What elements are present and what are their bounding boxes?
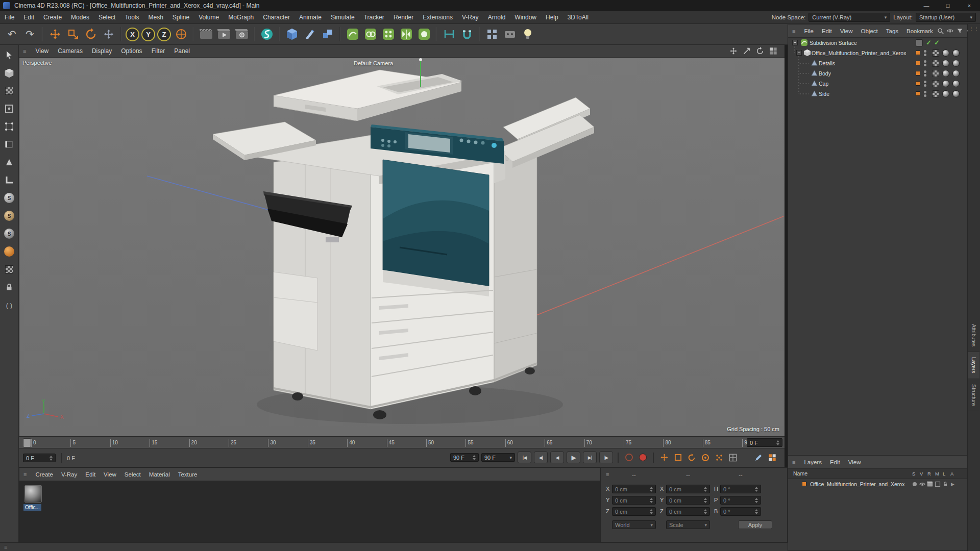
size-z-field[interactable]: 0 cm <box>666 507 710 516</box>
paint-ball-icon[interactable] <box>2 244 16 259</box>
vp-menu-filter[interactable]: Filter <box>147 47 170 55</box>
vp-menu-options[interactable]: Options <box>116 47 146 55</box>
apply-button[interactable]: Apply <box>738 520 772 529</box>
metaball-generator-button[interactable] <box>415 26 432 43</box>
rotation-p-field[interactable]: 0 ° <box>720 496 761 505</box>
spinner-icon[interactable] <box>47 456 53 461</box>
position-x-field[interactable]: 0 cm <box>612 485 656 493</box>
render-view-button[interactable] <box>198 26 214 43</box>
spinner-icon[interactable] <box>774 440 779 445</box>
coordinate-space-select[interactable]: World▾ <box>612 520 656 529</box>
lock-x-axis-button[interactable]: X <box>126 28 139 41</box>
lock-z-axis-button[interactable]: Z <box>157 28 171 41</box>
undo-button[interactable]: ↶ <box>4 26 20 43</box>
rotation-h-field[interactable]: 0 ° <box>720 485 761 493</box>
object-mode-icon[interactable] <box>2 102 16 116</box>
add-cube-primitive-button[interactable] <box>283 26 300 43</box>
eye-icon[interactable] <box>947 28 953 34</box>
tree-row-subdivision-surface[interactable]: Subdivision Surface ✓ ✓ <box>788 38 967 48</box>
menu-file[interactable]: File <box>0 11 19 24</box>
material-tag-icon[interactable] <box>952 49 960 57</box>
workplane-lock-icon[interactable] <box>2 280 16 294</box>
range-dropdown[interactable]: 90 F ▾ <box>481 453 515 462</box>
menu-render[interactable]: Render <box>389 11 418 24</box>
menu-animate[interactable]: Animate <box>295 11 326 24</box>
expander-icon[interactable] <box>792 40 798 45</box>
view-label[interactable]: Perspective <box>22 60 52 66</box>
vp-pan-icon[interactable] <box>729 47 738 55</box>
menu-edit[interactable]: Edit <box>19 11 39 24</box>
layer-color-swatch[interactable] <box>916 51 920 55</box>
phong-tag-icon[interactable] <box>932 90 939 97</box>
layer-color-swatch[interactable] <box>916 81 920 86</box>
mat-menu-texture[interactable]: Texture <box>174 471 202 478</box>
visibility-dots-icon[interactable] <box>924 50 926 57</box>
cloner-generator-button[interactable] <box>380 26 397 43</box>
points-mode-icon[interactable] <box>2 119 16 134</box>
om-menu-object[interactable]: Object <box>857 28 882 34</box>
snap-modes-icon[interactable]: S <box>2 209 16 223</box>
visibility-dots-icon[interactable] <box>924 81 926 88</box>
menu-vray[interactable]: V-Ray <box>457 11 483 24</box>
tab-attributes[interactable]: Attributes <box>968 319 979 352</box>
generator-tag-icon[interactable] <box>916 39 923 46</box>
subdivision-surface-button[interactable] <box>344 26 361 43</box>
material-tag-icon[interactable] <box>942 80 949 87</box>
menu-window[interactable]: Window <box>510 11 541 24</box>
live-selection-icon[interactable] <box>2 48 16 62</box>
filter-icon[interactable] <box>957 28 963 34</box>
menu-create[interactable]: Create <box>39 11 66 24</box>
layer-color-swatch[interactable] <box>802 482 806 486</box>
pen-spline-tool-button[interactable] <box>301 26 318 43</box>
hamburger-icon[interactable]: ≡ <box>19 471 31 478</box>
menu-arnold[interactable]: Arnold <box>483 11 510 24</box>
material-tag-icon[interactable] <box>942 60 949 67</box>
vp-menu-view[interactable]: View <box>31 47 53 55</box>
layer-color-swatch[interactable] <box>916 61 920 65</box>
keyframe-presets-icon[interactable] <box>767 452 778 463</box>
tree-row-details[interactable]: Details <box>788 58 967 68</box>
layer-color-swatch[interactable] <box>916 71 920 76</box>
last-tool-icon[interactable] <box>100 26 117 43</box>
previous-frame-button[interactable]: ◀ <box>550 452 564 463</box>
vp-menu-display[interactable]: Display <box>87 47 116 55</box>
lock-y-axis-button[interactable]: Y <box>141 28 155 41</box>
editor-enabled-check-icon[interactable]: ✓ <box>926 39 932 46</box>
tree-row-side[interactable]: Side <box>788 89 967 99</box>
tree-row-body[interactable]: Body <box>788 68 967 79</box>
hamburger-icon[interactable]: ≡ <box>19 48 31 54</box>
keyframe-scale-toggle[interactable] <box>672 452 683 463</box>
close-button[interactable]: × <box>959 0 980 11</box>
hamburger-icon[interactable]: ≡ <box>0 544 12 550</box>
render-picture-viewer-button[interactable] <box>215 26 232 43</box>
maximize-button[interactable]: □ <box>937 0 959 11</box>
vp-menu-panel[interactable]: Panel <box>169 47 194 55</box>
material-tag-icon[interactable] <box>952 70 960 77</box>
goto-start-button[interactable]: |◀ <box>518 452 531 463</box>
material-list[interactable]: Offic... <box>19 481 600 542</box>
vp-layout-toggle-icon[interactable] <box>769 47 777 55</box>
autokeying-button[interactable] <box>637 452 648 463</box>
timeline-playhead[interactable] <box>23 438 31 447</box>
spinner-icon[interactable] <box>470 455 476 460</box>
array-grid-button[interactable] <box>483 26 500 43</box>
tree-row-printer[interactable]: Office_Multifunction_Printer_and_Xerox <box>788 48 967 58</box>
transform-mode-select[interactable]: Scale▾ <box>666 520 710 529</box>
symmetry-generator-button[interactable] <box>398 26 414 43</box>
material-tag-icon[interactable] <box>942 90 949 97</box>
point-level-animation-icon[interactable] <box>727 452 739 463</box>
position-z-field[interactable]: 0 cm <box>612 507 656 516</box>
material-tag-icon[interactable] <box>942 70 949 77</box>
light-tool-button[interactable] <box>519 26 536 43</box>
visibility-dots-icon[interactable] <box>924 60 926 67</box>
layer-color-swatch[interactable] <box>916 91 920 96</box>
tab-structure[interactable]: Structure <box>968 379 979 412</box>
vp-rotate-icon[interactable] <box>756 47 764 55</box>
quantize-icon[interactable]: S <box>2 227 16 241</box>
menu-3dtoall[interactable]: 3DToAll <box>563 11 593 24</box>
next-frame-button[interactable]: ▶| <box>583 452 597 463</box>
mat-menu-view[interactable]: View <box>100 471 120 478</box>
layout-dropdown[interactable]: Startup (User) ▾ <box>916 13 976 22</box>
solo-toggle-icon[interactable] <box>911 481 918 487</box>
end-frame-field[interactable]: 0 F <box>747 438 782 447</box>
